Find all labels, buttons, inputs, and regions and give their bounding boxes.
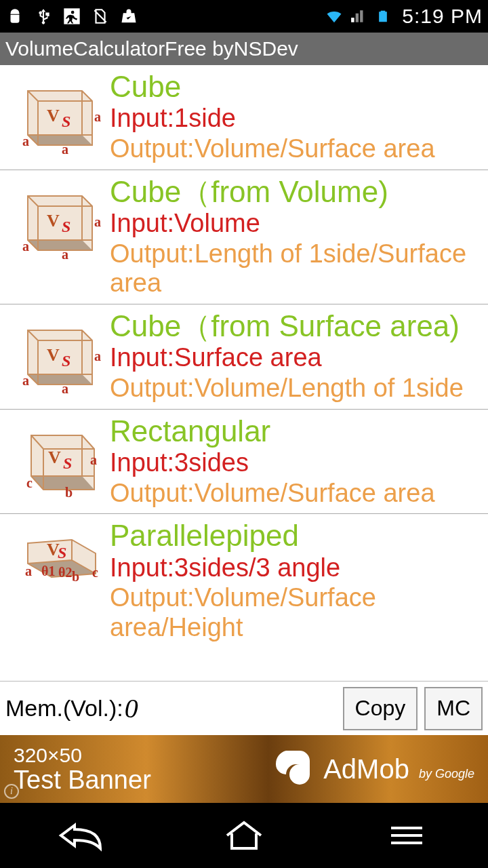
item-input: Input:3sides/3 angle — [110, 553, 484, 584]
list-item-rectangular[interactable]: V S a b c Rectangular Input:3sides Outpu… — [0, 410, 488, 515]
item-title: Cube（from Volume) — [110, 176, 484, 208]
svg-text:a: a — [62, 142, 68, 155]
svg-text:a: a — [22, 373, 29, 388]
item-output: Output:Length of 1side/Surface area — [110, 239, 484, 298]
svg-text:V: V — [47, 106, 60, 125]
svg-text:S: S — [62, 113, 70, 130]
ad-banner[interactable]: i 320×50 Test Banner AdMob by Google — [0, 735, 488, 803]
svg-text:V: V — [48, 448, 61, 467]
memory-value: 0 — [125, 692, 138, 724]
signal-icon — [349, 7, 368, 26]
memory-bar: Mem.(Vol.): 0 Copy MC — [0, 681, 488, 735]
home-button[interactable] — [203, 815, 285, 856]
parallelepiped-icon: a b c θ1 θ2 V S — [4, 519, 106, 587]
item-input: Input:Surface area — [110, 342, 484, 374]
rectangular-icon: V S a b c — [4, 415, 106, 503]
item-title: Rectangular — [110, 415, 484, 448]
list-item-cube-from-surface[interactable]: V S a a a Cube（from Surface area) Input:… — [0, 304, 488, 410]
svg-text:b: b — [65, 485, 73, 500]
svg-text:a: a — [62, 247, 68, 260]
status-bar: 5:19 PM — [0, 0, 488, 33]
svg-text:θ2: θ2 — [58, 565, 72, 580]
cube-icon: V S a a a — [4, 176, 106, 264]
item-input: Input:Volume — [110, 208, 484, 239]
app-title-bar: VolumeCalculatorFree byNSDev — [0, 33, 488, 65]
svg-text:S: S — [63, 454, 72, 472]
wifi-icon — [325, 7, 344, 26]
admob-brand: AdMob — [323, 754, 409, 785]
admob-bygoogle: by Google — [419, 767, 474, 781]
recent-button[interactable] — [366, 815, 447, 856]
memory-label: Mem.(Vol.): — [5, 695, 123, 722]
status-clock: 5:19 PM — [402, 5, 483, 28]
svg-text:a: a — [90, 452, 97, 467]
running-icon — [62, 7, 81, 26]
cube-icon: V S a a a — [4, 71, 106, 159]
battery-icon — [373, 7, 392, 26]
item-title: Cube — [110, 71, 484, 103]
svg-text:a: a — [22, 134, 29, 149]
svg-text:a: a — [62, 381, 68, 395]
list-item-parallelepiped[interactable]: a b c θ1 θ2 V S Parallelepiped Input:3si… — [0, 514, 488, 648]
svg-text:S: S — [62, 352, 70, 370]
shape-list[interactable]: V S a a a Cube Input:1side Output:Volume… — [0, 65, 488, 681]
store-icon — [119, 7, 138, 26]
svg-text:a: a — [94, 214, 101, 229]
item-output: Output:Volume/Surface area — [110, 134, 484, 164]
admob-logo-icon — [269, 747, 317, 791]
back-button[interactable] — [41, 815, 122, 856]
navigation-bar — [0, 803, 488, 868]
copy-button[interactable]: Copy — [343, 687, 418, 730]
item-output: Output:Volume/Length of 1side — [110, 374, 484, 403]
mc-button[interactable]: MC — [424, 687, 483, 730]
svg-text:b: b — [72, 569, 79, 584]
svg-text:V: V — [47, 211, 60, 231]
svg-text:V: V — [47, 345, 60, 365]
svg-text:a: a — [22, 239, 29, 254]
item-output: Output:Volume/Surface area — [110, 479, 484, 509]
item-output: Output:Volume/Surface area/Height — [110, 583, 484, 642]
svg-text:c: c — [92, 565, 98, 580]
list-item-cube-from-volume[interactable]: V S a a a Cube（from Volume) Input:Volume… — [0, 170, 488, 304]
svg-text:c: c — [26, 475, 33, 490]
item-title: Parallelepiped — [110, 519, 484, 552]
svg-text:S: S — [62, 218, 70, 235]
svg-text:θ1: θ1 — [41, 564, 55, 578]
usb-icon — [34, 7, 53, 26]
cube-icon: V S a a a — [4, 310, 106, 398]
ad-dimensions: 320×50 — [14, 744, 151, 766]
ad-test-label: Test Banner — [14, 766, 151, 795]
android-debug-icon — [5, 7, 24, 26]
sim-off-icon — [91, 7, 110, 26]
item-title: Cube（from Surface area) — [110, 310, 484, 342]
svg-text:a: a — [94, 349, 101, 363]
svg-text:a: a — [94, 109, 101, 124]
list-item-cube[interactable]: V S a a a Cube Input:1side Output:Volume… — [0, 65, 488, 170]
item-input: Input:3sides — [110, 448, 484, 479]
app-title: VolumeCalculatorFree byNSDev — [5, 37, 298, 60]
svg-text:S: S — [58, 544, 66, 561]
svg-text:a: a — [25, 564, 32, 578]
ad-info-icon[interactable]: i — [4, 784, 19, 799]
item-input: Input:1side — [110, 103, 484, 134]
